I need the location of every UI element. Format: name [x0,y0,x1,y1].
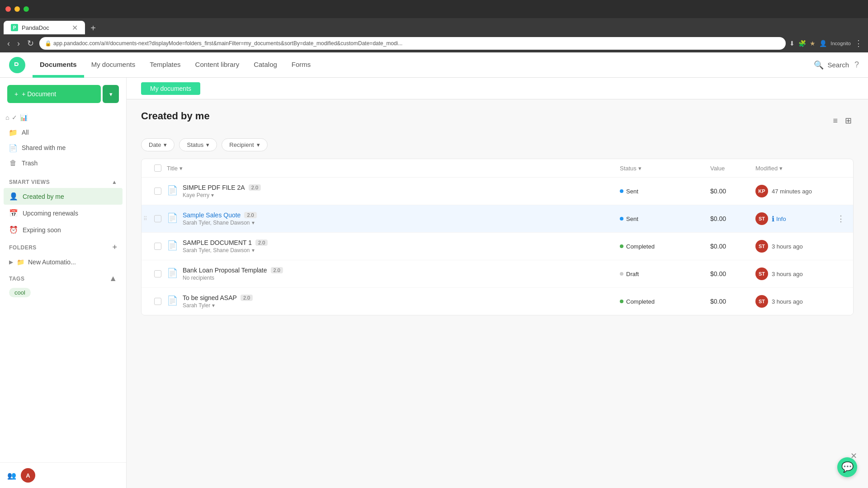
recipient-filter-btn[interactable]: Recipient ▾ [222,138,267,151]
status-col-label: Status [620,165,637,172]
url-text: app.pandadoc.com/a/#/documents-next?disp… [53,40,402,47]
folders-header: FOLDERS + [0,238,126,255]
row2-status-col: Sent [620,216,710,222]
row5-recipients-dropdown[interactable]: ▾ [212,302,215,309]
row5-recipients: Sarah Tyler ▾ [183,302,253,309]
tag-cool[interactable]: cool [9,288,31,297]
browser-maximize-btn[interactable] [24,6,29,12]
refresh-btn[interactable]: ↻ [25,37,36,50]
row2-recipients-dropdown[interactable]: ▾ [252,220,255,226]
search-icon: 🔍 [814,60,824,70]
nav-item-catalog[interactable]: Catalog [246,52,284,78]
forward-btn[interactable]: › [15,37,22,50]
browser-minimize-btn[interactable] [14,6,20,12]
modified-sort-btn[interactable]: Modified ▾ [755,165,846,172]
tab-favicon: P [11,24,18,31]
doc-file-icon: 📄 [167,185,178,196]
back-btn[interactable]: ‹ [5,37,12,50]
select-all-checkbox[interactable] [154,164,161,172]
smart-view-expiring-soon[interactable]: ⏰ Expiring soon [0,221,126,238]
row5-value-col: $0.00 [710,298,755,305]
row5-modified-col: ST 3 hours ago [755,295,846,308]
view-toggle-btn[interactable]: ⊞ [843,114,854,127]
smart-view-renewals-label: Upcoming renewals [23,210,78,217]
smart-views-toggle[interactable]: ▲ [112,179,117,185]
chat-widget[interactable]: 💬 [837,457,857,477]
status-sort-btn[interactable]: Status ▾ [620,165,710,172]
tags-title: TAGS [9,276,24,282]
address-bar[interactable]: 🔒 app.pandadoc.com/a/#/documents-next?di… [39,37,786,50]
sidebar-top: + + Document ▾ [0,78,126,110]
browser-tab-pandadoc[interactable]: P PandaDoc ✕ [4,21,85,34]
recipient-filter-arrow: ▾ [257,141,260,148]
row4-status-col: Draft [620,271,710,277]
smart-view-upcoming-renewals[interactable]: 📅 Upcoming renewals [0,205,126,221]
tags-toggle[interactable]: ▲ [109,274,117,283]
profile-icon[interactable]: 👤 [819,40,827,47]
search-label: Search [827,61,849,69]
row5-status-col: Completed [620,298,710,305]
breadcrumb-btn[interactable]: My documents [141,82,200,95]
menu-icon[interactable]: ⋮ [854,38,863,48]
drag-handle[interactable]: ⠿ [143,216,147,222]
row3-recipients-dropdown[interactable]: ▾ [252,247,255,253]
extensions-icon[interactable]: 🧩 [798,40,806,47]
row1-checkbox[interactable] [154,188,161,195]
main-layout: + + Document ▾ ⌂ ✓ 📊 📁 All [0,78,868,488]
status-filter-btn[interactable]: Status ▾ [179,138,217,151]
add-folder-btn[interactable]: + [112,243,117,252]
nav-item-content-library[interactable]: Content library [188,52,247,78]
row4-status-dot [620,272,623,276]
row1-avatar: KP [755,185,768,197]
add-document-dropdown-btn[interactable]: ▾ [103,85,119,103]
folders-section: FOLDERS + ▶ 📁 New Automatio... [0,238,126,269]
value-col-header: Value [710,165,755,172]
nav-item-my-documents[interactable]: My documents [84,52,143,78]
filter-btn[interactable]: ≡ [831,114,840,127]
row2-status-dot [620,217,623,221]
row5-checkbox[interactable] [154,298,161,305]
download-icon[interactable]: ⬇ [789,40,795,47]
header-actions: ≡ ⊞ [831,114,854,127]
date-filter-btn[interactable]: Date ▾ [141,138,175,151]
row1-recipients-dropdown[interactable]: ▾ [211,192,214,198]
check-icon: ✓ [12,114,17,121]
sidebar-nav-all[interactable]: 📁 All [0,125,126,140]
bookmark-icon[interactable]: ★ [810,40,816,47]
row1-recipients: Kaye Perry ▾ [183,192,261,198]
nav-item-templates[interactable]: Templates [142,52,188,78]
row4-checkbox[interactable] [154,270,161,277]
add-user-icon[interactable]: 👥 [7,471,16,480]
nav-item-forms[interactable]: Forms [284,52,318,78]
row4-status-label: Draft [626,271,639,277]
nav-item-documents-label: Documents [40,61,77,68]
new-tab-btn[interactable]: + [87,22,99,34]
filter-row: Date ▾ Status ▾ Recipient ▾ [141,138,854,151]
folder-item-new-automation[interactable]: ▶ 📁 New Automatio... [0,255,126,269]
row2-recipients: Sarah Tyler, Shane Dawson ▾ [183,220,257,226]
row3-checkbox[interactable] [154,243,161,250]
title-sort-icon: ▾ [179,165,183,172]
tab-close-btn[interactable]: ✕ [72,23,78,32]
doc-file-icon-5: 📄 [167,295,178,306]
title-sort-btn[interactable]: Title ▾ [167,165,620,172]
row3-value-col: $0.00 [710,243,755,250]
row2-more-menu[interactable]: ⋮ [837,214,846,224]
sidebar-nav-trash[interactable]: 🗑 Trash [0,155,126,171]
row2-doc-title[interactable]: Sample Sales Quote 2.0 [183,211,257,219]
row2-status-label: Sent [626,216,638,222]
smart-views-section: SMART VIEWS ▲ 👤 Created by me 📅 Upcoming… [0,174,126,238]
row5-doc-info: To be signed ASAP 2.0 Sarah Tyler ▾ [183,294,253,309]
help-btn[interactable]: ? [854,60,859,70]
row2-checkbox[interactable] [154,215,161,222]
nav-search-btn[interactable]: 🔍 Search [814,60,849,70]
status-filter-label: Status [187,141,203,148]
add-document-btn[interactable]: + + Document [7,85,101,103]
nav-item-documents[interactable]: Documents [33,52,84,78]
browser-close-btn[interactable] [5,6,11,12]
table-header: Title ▾ Status ▾ Value Modified ▾ [142,159,853,178]
smart-view-created-by-me[interactable]: 👤 Created by me [4,188,123,205]
sidebar-nav-shared[interactable]: 📄 Shared with me [0,140,126,155]
info-btn[interactable]: ℹ Info [772,215,786,223]
row3-modified-col: ST 3 hours ago [755,240,846,253]
